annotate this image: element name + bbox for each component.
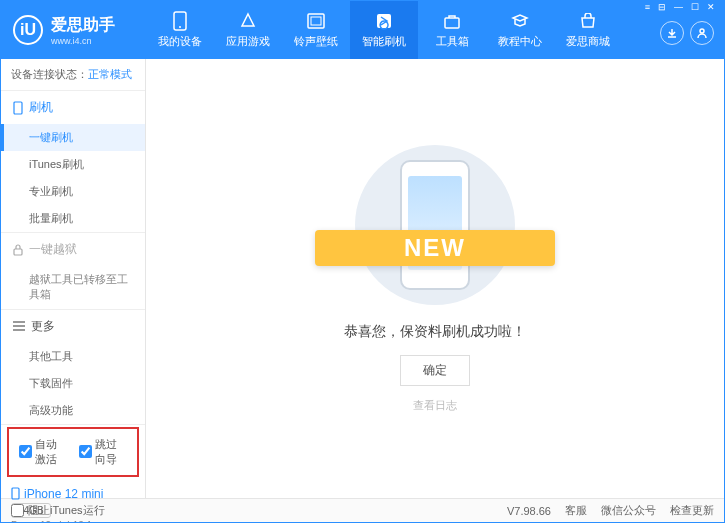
version-label: V7.98.66: [507, 505, 551, 517]
svg-rect-7: [14, 102, 22, 114]
download-icon[interactable]: [660, 21, 684, 45]
sidebar-jailbreak-title: 一键越狱: [1, 233, 145, 266]
app-url: www.i4.cn: [51, 36, 115, 46]
sidebar-item-oneclick-flash[interactable]: 一键刷机: [1, 124, 145, 151]
sidebar-flash-title[interactable]: 刷机: [1, 91, 145, 124]
check-update-link[interactable]: 检查更新: [670, 503, 714, 518]
svg-point-1: [179, 26, 181, 28]
menu-icon[interactable]: ≡: [642, 2, 653, 12]
svg-point-6: [700, 29, 704, 33]
logo-icon: iU: [13, 15, 43, 45]
checkbox-input[interactable]: [11, 504, 24, 517]
wechat-link[interactable]: 微信公众号: [601, 503, 656, 518]
svg-rect-2: [308, 14, 324, 28]
nav-label: 教程中心: [498, 34, 542, 49]
nav-my-device[interactable]: 我的设备: [146, 1, 214, 59]
logo-area: iU 爱思助手 www.i4.cn: [1, 15, 146, 46]
phone-icon: [170, 11, 190, 31]
status-value: 正常模式: [88, 68, 132, 80]
lock-icon: [13, 244, 23, 256]
success-message: 恭喜您，保资料刷机成功啦！: [344, 323, 526, 341]
app-title: 爱思助手: [51, 15, 115, 36]
checkbox-label: 跳过向导: [95, 437, 127, 467]
confirm-button[interactable]: 确定: [400, 355, 470, 386]
sidebar-label: 一键越狱: [29, 241, 77, 258]
main-nav: 我的设备 应用游戏 铃声壁纸 智能刷机 工具箱 教程中心 爱思商城: [146, 1, 724, 59]
svg-rect-3: [311, 17, 321, 25]
store-icon: [578, 11, 598, 31]
options-highlighted-box: 自动激活 跳过向导: [7, 427, 139, 477]
nav-label: 应用游戏: [226, 34, 270, 49]
block-itunes-checkbox[interactable]: 阻止iTunes运行: [11, 503, 105, 518]
checkbox-label: 阻止iTunes运行: [28, 503, 105, 518]
phone-illustration: [400, 160, 470, 290]
toolbox-icon: [442, 11, 462, 31]
device-status: 设备连接状态：正常模式: [1, 59, 145, 91]
flash-icon: [374, 11, 394, 31]
skip-setup-checkbox[interactable]: 跳过向导: [79, 437, 127, 467]
more-icon: [13, 321, 25, 331]
phone-small-icon: [11, 487, 20, 500]
nav-label: 智能刷机: [362, 34, 406, 49]
nav-ringtones[interactable]: 铃声壁纸: [282, 1, 350, 59]
nav-store[interactable]: 爱思商城: [554, 1, 622, 59]
sidebar-item-other-tools[interactable]: 其他工具: [1, 343, 145, 370]
checkbox-input[interactable]: [19, 445, 32, 458]
sidebar-item-advanced[interactable]: 高级功能: [1, 397, 145, 424]
sidebar-item-itunes-flash[interactable]: iTunes刷机: [1, 151, 145, 178]
sidebar-item-batch-flash[interactable]: 批量刷机: [1, 205, 145, 232]
device-name-label: iPhone 12 mini: [24, 487, 103, 501]
main-content: NEW 恭喜您，保资料刷机成功啦！ 确定 查看日志: [146, 59, 724, 498]
sidebar-label: 刷机: [29, 99, 53, 116]
sidebar-label: 更多: [31, 318, 55, 335]
phone-small-icon: [13, 101, 23, 115]
svg-rect-5: [445, 18, 459, 28]
sidebar-item-pro-flash[interactable]: 专业刷机: [1, 178, 145, 205]
nav-label: 工具箱: [436, 34, 469, 49]
nav-tutorials[interactable]: 教程中心: [486, 1, 554, 59]
app-header: iU 爱思助手 www.i4.cn 我的设备 应用游戏 铃声壁纸 智能刷机 工具…: [1, 1, 724, 59]
tutorials-icon: [510, 11, 530, 31]
nav-apps[interactable]: 应用游戏: [214, 1, 282, 59]
nav-label: 我的设备: [158, 34, 202, 49]
nav-flash[interactable]: 智能刷机: [350, 1, 418, 59]
sidebar: 设备连接状态：正常模式 刷机 一键刷机 iTunes刷机 专业刷机 批量刷机 一…: [1, 59, 146, 498]
nav-label: 爱思商城: [566, 34, 610, 49]
jailbreak-notice: 越狱工具已转移至工具箱: [1, 266, 145, 309]
sidebar-more-title[interactable]: 更多: [1, 310, 145, 343]
wallpaper-icon: [306, 11, 326, 31]
status-label: 设备连接状态：: [11, 68, 88, 80]
user-icon[interactable]: [690, 21, 714, 45]
success-illustration: NEW: [355, 145, 515, 305]
svg-rect-12: [12, 488, 19, 499]
checkbox-label: 自动激活: [35, 437, 67, 467]
apps-icon: [238, 11, 258, 31]
support-link[interactable]: 客服: [565, 503, 587, 518]
svg-rect-8: [14, 249, 22, 255]
view-log-link[interactable]: 查看日志: [413, 398, 457, 413]
sidebar-item-download-firmware[interactable]: 下载固件: [1, 370, 145, 397]
auto-activate-checkbox[interactable]: 自动激活: [19, 437, 67, 467]
new-banner: NEW: [315, 230, 555, 266]
nav-label: 铃声壁纸: [294, 34, 338, 49]
nav-toolbox[interactable]: 工具箱: [418, 1, 486, 59]
checkbox-input[interactable]: [79, 445, 92, 458]
